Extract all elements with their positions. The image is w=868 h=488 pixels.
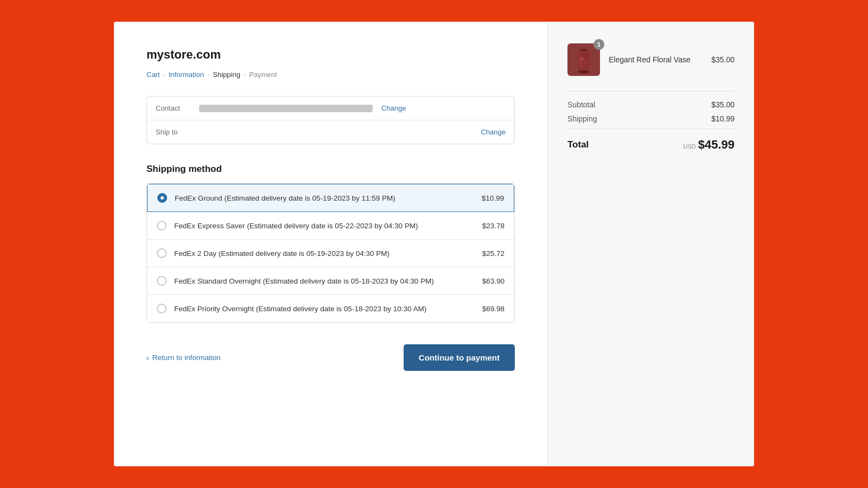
total-amount: $45.99	[698, 138, 735, 151]
left-panel: mystore.com Cart › Information › Shippin…	[114, 22, 548, 466]
shipping-method-section: Shipping method FedEx Ground (Estimated …	[146, 164, 515, 323]
radio-option-1[interactable]	[157, 221, 167, 230]
shipping-option-price-0: $10.99	[482, 194, 504, 202]
total-divider	[567, 129, 735, 129]
contact-change-link[interactable]: Change	[381, 104, 406, 112]
shipping-option-price-2: $25.72	[482, 249, 505, 258]
breadcrumb-sep-1: ›	[163, 70, 165, 79]
breadcrumb: Cart › Information › Shipping › Payment	[146, 70, 515, 79]
radio-option-3[interactable]	[157, 276, 167, 286]
breadcrumb-payment: Payment	[249, 70, 277, 79]
quantity-badge: 1	[593, 39, 604, 50]
vase-icon	[570, 46, 597, 73]
right-panel: 1 Elegant Red Floral Vase $35.00 Subtota…	[548, 22, 754, 466]
shipping-option-label-0: FedEx Ground (Estimated delivery date is…	[175, 194, 473, 202]
store-name: mystore.com	[146, 48, 515, 62]
breadcrumb-sep-3: ›	[244, 70, 246, 79]
product-price: $35.00	[711, 55, 735, 64]
back-link[interactable]: ‹ Return to information	[146, 354, 221, 362]
breadcrumb-sep-2: ›	[207, 70, 209, 79]
subtotal-row: Subtotal $35.00	[567, 100, 735, 109]
svg-point-2	[580, 57, 584, 61]
shipping-option-label-2: FedEx 2 Day (Estimated delivery date is …	[174, 249, 474, 258]
shipping-option-label-3: FedEx Standard Overnight (Estimated deli…	[174, 277, 474, 285]
ship-to-change-link[interactable]: Change	[481, 128, 506, 136]
shipping-value: $10.99	[711, 114, 735, 123]
shipping-method-title: Shipping method	[146, 164, 515, 175]
breadcrumb-information[interactable]: Information	[169, 70, 204, 79]
contact-label: Contact	[156, 104, 199, 112]
back-arrow-icon: ‹	[146, 354, 149, 362]
order-divider	[567, 91, 735, 92]
currency-label: USD	[683, 143, 695, 150]
shipping-options-list: FedEx Ground (Estimated delivery date is…	[146, 183, 515, 323]
total-row: Total USD$45.99	[567, 138, 735, 152]
subtotal-value: $35.00	[711, 100, 735, 109]
page-container: mystore.com Cart › Information › Shippin…	[114, 22, 754, 466]
breadcrumb-shipping: Shipping	[213, 70, 240, 79]
svg-point-3	[585, 61, 588, 63]
ship-to-label: Ship to	[156, 128, 199, 136]
svg-point-1	[578, 70, 590, 73]
contact-row: Contact Change	[147, 97, 514, 120]
product-name: Elegant Red Floral Vase	[609, 55, 711, 64]
shipping-row: Shipping $10.99	[567, 114, 735, 123]
ship-to-row: Ship to Change	[147, 120, 514, 144]
shipping-option-price-3: $63.90	[482, 277, 505, 285]
continue-to-payment-button[interactable]: Continue to payment	[404, 344, 515, 371]
order-item: 1 Elegant Red Floral Vase $35.00	[567, 43, 735, 76]
product-image-wrap: 1	[567, 43, 600, 76]
shipping-option-label-4: FedEx Priority Overnight (Estimated deli…	[174, 305, 474, 313]
shipping-option-1[interactable]: FedEx Express Saver (Estimated delivery …	[147, 212, 514, 240]
radio-option-2[interactable]	[157, 248, 167, 258]
shipping-option-0[interactable]: FedEx Ground (Estimated delivery date is…	[147, 184, 514, 212]
shipping-option-4[interactable]: FedEx Priority Overnight (Estimated deli…	[147, 295, 514, 322]
summary-box: Contact Change Ship to Change	[146, 96, 515, 144]
shipping-option-price-1: $23.78	[482, 222, 505, 230]
shipping-option-2[interactable]: FedEx 2 Day (Estimated delivery date is …	[147, 240, 514, 267]
radio-option-0[interactable]	[157, 193, 167, 203]
footer-actions: ‹ Return to information Continue to paym…	[146, 344, 515, 371]
subtotal-label: Subtotal	[567, 100, 595, 109]
back-link-label: Return to information	[152, 354, 221, 362]
shipping-label: Shipping	[567, 114, 597, 123]
shipping-option-price-4: $69.98	[482, 305, 505, 313]
ship-to-values	[199, 131, 472, 134]
total-label: Total	[567, 139, 589, 150]
contact-value-bar	[199, 105, 373, 112]
breadcrumb-cart[interactable]: Cart	[146, 70, 160, 79]
total-value: USD$45.99	[683, 138, 735, 152]
radio-option-4[interactable]	[157, 304, 167, 313]
shipping-option-label-1: FedEx Express Saver (Estimated delivery …	[174, 222, 474, 230]
shipping-option-3[interactable]: FedEx Standard Overnight (Estimated deli…	[147, 267, 514, 295]
